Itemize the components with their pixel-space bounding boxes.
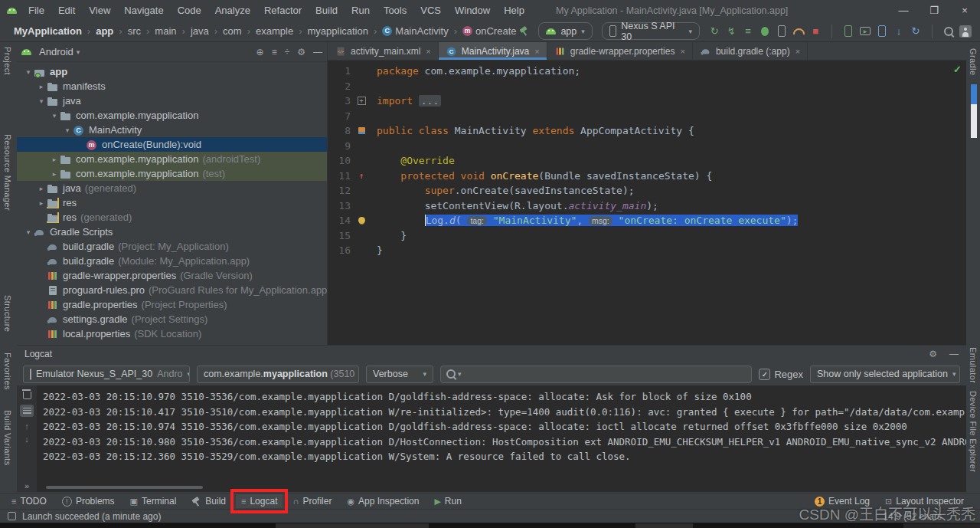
tool-logcat[interactable]: ≡ Logcat [236, 494, 283, 508]
code-line[interactable]: 15 } [328, 228, 966, 244]
code-line[interactable]: 16} [328, 243, 966, 258]
tool-profiler[interactable]: ∩ Profiler [287, 494, 337, 508]
logcat-tool-icon[interactable] [857, 23, 874, 40]
tree-item[interactable]: ▾ java [17, 93, 327, 108]
tree-item[interactable]: ▸ java (generated) [17, 181, 327, 195]
menu-item[interactable]: Build [309, 5, 345, 16]
tree-item[interactable]: build.gradle (Project: My_Application) [17, 239, 327, 254]
menu-item[interactable]: Refactor [257, 5, 309, 16]
project-view-mode[interactable]: Android [39, 46, 74, 57]
breadcrumb-item[interactable]: app [96, 25, 127, 37]
menu-item[interactable]: Navigate [117, 5, 170, 16]
logcat-show-filter-select[interactable]: Show only selected application ▾ [810, 366, 960, 383]
tool-problems[interactable]: ! Problems [57, 494, 120, 508]
bulb-gutter-icon[interactable] [354, 213, 369, 228]
stripe-button-structure[interactable]: Structure [3, 295, 12, 332]
soft-wrap-icon[interactable] [20, 405, 34, 417]
code-line[interactable]: 8public class MainActivity extends AppCo… [328, 123, 966, 139]
debug-icon[interactable] [756, 23, 773, 40]
log-line[interactable]: 2022-03-03 20:15:10.980 3510-3536/com.ex… [43, 435, 966, 450]
editor-tab[interactable]: activity_main.xml × [328, 42, 439, 60]
menu-item[interactable]: VCS [413, 5, 448, 16]
tree-expand-arrow[interactable]: ▸ [49, 170, 60, 178]
restore-button[interactable]: ❐ [919, 0, 949, 21]
tree-item[interactable]: gradle-wrapper.properties (Gradle Versio… [17, 268, 327, 283]
breadcrumb-item[interactable]: myapplication [307, 25, 382, 37]
tree-item[interactable]: res (generated) [17, 210, 327, 225]
close-tab-icon[interactable]: × [795, 47, 800, 56]
log-line[interactable]: 2022-03-03 20:15:10.417 3510-3510/com.ex… [43, 405, 966, 420]
stripe-button-favorites[interactable]: Favorites [3, 353, 12, 390]
tree-expand-arrow[interactable]: ▾ [23, 68, 34, 76]
more-actions-icon[interactable]: » [24, 481, 29, 490]
profile-icon[interactable] [790, 23, 807, 40]
code-line[interactable]: 1package com.example.myapplication; [328, 64, 966, 79]
tree-item[interactable]: onCreate(Bundle):void [17, 137, 327, 152]
settings-icon[interactable]: ⚙ [297, 47, 305, 57]
layout-gutter-icon[interactable] [354, 123, 369, 139]
stripe-button-device-file-explorer[interactable]: Device File Explorer [969, 391, 978, 472]
tool-run[interactable]: ▶ Run [429, 494, 466, 508]
menu-item[interactable]: Edit [51, 5, 82, 16]
logcat-device-select[interactable]: Emulator Nexus_S_API_30 Andro ▾ [23, 366, 190, 383]
close-tab-icon[interactable]: × [426, 47, 430, 56]
breadcrumb-item[interactable]: java [191, 25, 223, 37]
stripe-button-resource-manager[interactable]: Resource Manager [3, 134, 12, 211]
breadcrumb-item[interactable]: main [155, 25, 191, 37]
override-gutter-icon[interactable] [354, 169, 369, 184]
expand-all-icon[interactable]: ≡ [272, 47, 277, 57]
code-line[interactable]: 12 super.onCreate(savedInstanceState); [328, 183, 966, 198]
tree-item[interactable]: build.gradle (Module: My_Application.app… [17, 254, 327, 268]
tree-item[interactable]: ▸ manifests [17, 79, 327, 93]
tree-item[interactable]: ▸ com.example.myapplication (androidTest… [17, 152, 327, 166]
profile-avatar-icon[interactable] [957, 23, 974, 40]
tree-item[interactable]: ▸ com.example.myapplication (test) [17, 166, 327, 181]
editor-tab[interactable]: build.gradle (:app) × [693, 42, 808, 60]
code-line[interactable]: 3import ... [328, 93, 966, 109]
menu-item[interactable]: File [21, 5, 51, 16]
build-hammer-icon[interactable] [517, 23, 533, 40]
tree-expand-arrow[interactable]: ▾ [62, 126, 73, 134]
menu-item[interactable]: Window [448, 5, 497, 16]
breadcrumb-item[interactable]: com [223, 25, 256, 37]
breadcrumb-item[interactable]: MainActivity [382, 25, 462, 37]
hide-panel-icon[interactable]: — [313, 47, 322, 57]
logcat-hide-icon[interactable]: — [949, 349, 959, 359]
stripe-button-emulator[interactable]: Emulator [969, 347, 978, 383]
stripe-button-gradle[interactable]: Gradle [969, 48, 978, 75]
log-line[interactable]: 2022-03-03 20:15:10.970 3510-3536/com.ex… [43, 389, 966, 405]
tool-app-inspection[interactable]: ◉ App Inspection [341, 494, 424, 508]
locate-file-icon[interactable]: ⊕ [256, 47, 264, 57]
run-configuration-select[interactable]: app ▾ [538, 22, 592, 40]
menu-item[interactable]: Run [345, 5, 377, 16]
logcat-search-input[interactable]: ▾ [440, 366, 752, 383]
editor-tab[interactable]: MainActivity.java × [439, 42, 547, 60]
breadcrumb-item[interactable]: src [128, 25, 155, 37]
menu-item[interactable]: Help [497, 5, 531, 16]
close-button[interactable]: × [949, 0, 980, 21]
code-line[interactable]: 13 setContentView(R.layout.activity_main… [328, 198, 966, 214]
menu-item[interactable]: Analyze [208, 5, 257, 16]
close-tab-icon[interactable]: × [680, 47, 684, 56]
clear-logcat-icon[interactable] [23, 392, 31, 399]
code-editor[interactable]: 1package com.example.myapplication;23imp… [328, 61, 966, 347]
status-message[interactable]: Launch succeeded (a minute ago) [22, 511, 161, 522]
editor-tab[interactable]: gradle-wrapper.properties × [547, 42, 693, 60]
tree-expand-arrow[interactable]: ▾ [36, 97, 47, 105]
scrollbar-thumb[interactable] [971, 104, 977, 138]
tool-build[interactable]: Build [186, 494, 231, 508]
stripe-button-project[interactable]: Project [3, 47, 12, 75]
run-icon[interactable]: ↻ [706, 23, 723, 40]
tree-item[interactable]: ▾ MainActivity [17, 123, 327, 137]
tree-item[interactable]: ▾ Gradle Scripts [17, 225, 327, 239]
code-line[interactable]: 11 protected void onCreate(Bundle savedI… [328, 169, 966, 184]
tree-item[interactable]: ▸ res [17, 195, 327, 210]
breadcrumb-item[interactable]: example [256, 25, 307, 37]
breadcrumb-item[interactable]: MyApplication [14, 25, 96, 37]
menu-item[interactable]: View [82, 5, 117, 16]
tree-item[interactable]: ▾ app [17, 64, 327, 79]
tree-item[interactable]: gradle.properties (Project Properties) [17, 297, 327, 312]
code-line[interactable]: 9 [328, 139, 966, 154]
code-line[interactable]: 10 @Override [328, 153, 966, 169]
breadcrumb-item[interactable]: onCreate [462, 25, 516, 37]
